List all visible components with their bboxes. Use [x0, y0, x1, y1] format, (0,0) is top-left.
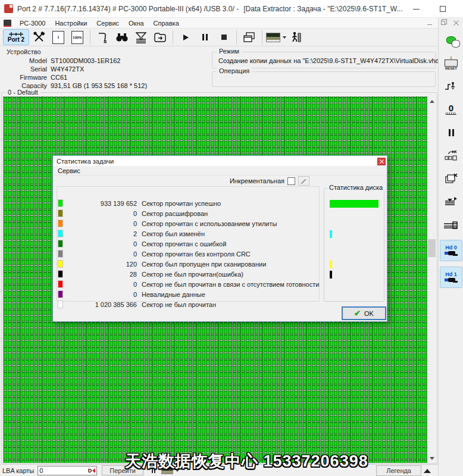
script-info-icon: i [52, 31, 64, 44]
disk-bar-slot [330, 280, 381, 290]
map-view-button[interactable] [266, 29, 286, 45]
start-button[interactable] [177, 29, 195, 45]
disk-bar [330, 200, 378, 208]
filter-run-button[interactable] [441, 193, 461, 211]
hose-icon [98, 32, 108, 43]
stop-icon [221, 35, 227, 40]
dialog-titlebar[interactable]: Статистика задачи [53, 156, 387, 166]
mdi-close-icon [453, 20, 459, 26]
color-swatch [58, 270, 63, 278]
mdi-close-button[interactable] [451, 19, 461, 27]
hd1-button[interactable]: Hd 1 [440, 267, 462, 288]
port2-label: Port 2 [8, 37, 24, 43]
dialog-close-button[interactable] [377, 158, 386, 165]
reset-icon [445, 60, 458, 67]
sector-label: Сектор не был прочитан [142, 301, 216, 308]
color-swatch [58, 230, 63, 237]
filter-button[interactable] [132, 29, 150, 45]
lba-label: LBA карты [2, 467, 34, 474]
minimize-icon [413, 9, 420, 10]
step-mode-button[interactable] [287, 29, 305, 45]
disk-bar-slot [330, 270, 381, 280]
mdi-restore-icon [441, 21, 445, 25]
pause-button[interactable] [196, 29, 214, 45]
sector-label: Сектор был пропущен при сканировании [142, 261, 266, 268]
collapse-up-icon[interactable] [424, 469, 431, 473]
dialog-close-icon [380, 159, 384, 164]
port2-button[interactable]: Port 2 [3, 29, 29, 45]
disk-bar [330, 261, 332, 268]
head-connector-icon [445, 81, 458, 92]
color-swatch [58, 260, 63, 268]
percent-button[interactable]: 100% [68, 29, 86, 45]
scroll-down-icon [430, 457, 434, 460]
disk-stats-group: Статистика диска [324, 188, 384, 302]
copy-windows-button[interactable] [240, 29, 258, 45]
reset-button[interactable]: 1 RESET [441, 54, 461, 72]
search-button[interactable] [113, 29, 131, 45]
menu-settings[interactable]: Настройки [50, 19, 92, 27]
ruler-marks-icon [446, 112, 456, 115]
scroll-up-button[interactable] [427, 96, 436, 106]
scrollbar-thumb[interactable] [428, 239, 436, 257]
sector-label: Сектор прочитан с ошибкой [142, 240, 226, 248]
disk-bar-slot [330, 229, 381, 239]
copy-stack-x-icon [444, 173, 458, 185]
tools-button[interactable] [30, 29, 48, 45]
utility-button[interactable] [94, 29, 112, 45]
scroll-down-button[interactable] [427, 453, 436, 463]
window-controls [403, 0, 463, 17]
dec-hex-toggle-icon[interactable]: D [88, 468, 96, 474]
toolbar-separator [236, 30, 237, 45]
sector-count: 0 [63, 291, 142, 298]
minimize-button[interactable] [403, 0, 430, 18]
pc3000-window: Port 2 # 7.7.16(7.7.16.14374) # PC-3000 … [0, 0, 463, 476]
close-copies-button[interactable] [441, 170, 461, 188]
field-label: Serial [2, 65, 51, 73]
heads-filter-icon [443, 221, 459, 230]
ok-button[interactable]: ✔ OK [342, 306, 386, 320]
abort-blocks-button[interactable] [441, 147, 461, 165]
tools-icon [33, 32, 46, 43]
legend-button[interactable]: Легенда [376, 465, 421, 476]
head-connector-button[interactable] [441, 77, 461, 95]
device-group-label: Устройство [7, 48, 41, 55]
menu-help[interactable]: Справка [149, 19, 184, 27]
pencil-icon [301, 178, 307, 184]
funnel-play-icon [444, 196, 458, 208]
mode-value: Создание копии данных на "E:\2025\9.6-ST… [218, 57, 445, 64]
field-value: CC61 [51, 74, 67, 82]
incremental-checkbox[interactable] [287, 177, 295, 185]
percent-glyph: 100% [73, 36, 82, 39]
edit-brush-button[interactable] [298, 176, 309, 186]
abort-blocks-icon [444, 151, 458, 161]
hd0-button[interactable]: Hd 0 [440, 240, 462, 261]
menu-windows[interactable]: Окна [124, 19, 149, 27]
stop-button[interactable] [215, 29, 233, 45]
disk-bar-slot [330, 199, 381, 209]
refresh-task-button[interactable] [151, 29, 169, 45]
info-area: Устройство ModelST1000DM003-1ER162 Seria… [0, 46, 438, 88]
mdi-minimize-button[interactable] [425, 19, 434, 27]
disk-bar-slot [330, 219, 381, 229]
mdi-restore-button[interactable] [438, 19, 448, 27]
oscilloscope-button[interactable]: 0 [441, 101, 461, 118]
menu-pc3000[interactable]: PC-3000 [15, 19, 50, 27]
oscilloscope-zero-glyph: 0 [449, 104, 453, 112]
lba-input[interactable]: 0 D [37, 466, 97, 475]
field-label: Firmware [2, 74, 51, 82]
heads-filter-button[interactable] [441, 217, 461, 234]
sidebar-pause-button[interactable] [441, 124, 461, 142]
binoculars-icon [115, 32, 129, 43]
maximize-button[interactable] [430, 0, 456, 18]
menu-service[interactable]: Сервис [92, 19, 124, 27]
device-row-firmware: FirmwareCC61 [2, 74, 208, 82]
color-swatch [58, 220, 63, 227]
drive-power-button[interactable] [441, 31, 461, 49]
dialog-menu-service[interactable]: Сервис [53, 167, 85, 174]
close-button[interactable] [456, 0, 463, 18]
disk-bar-slot [330, 290, 381, 300]
report-button[interactable]: i [49, 29, 67, 45]
map-scrollbar[interactable] [427, 96, 436, 463]
script-i-glyph: i [58, 35, 59, 39]
